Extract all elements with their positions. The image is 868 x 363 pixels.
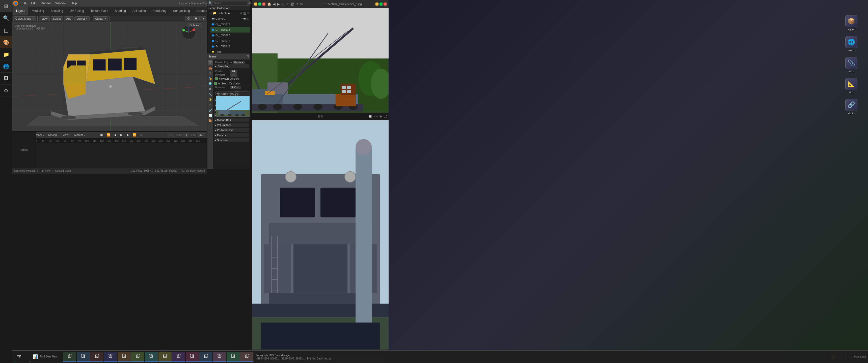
render-engine-value[interactable]: Eevee (233, 61, 245, 64)
menu-help[interactable]: Help (69, 1, 79, 5)
taskbar-photo-13[interactable]: 🖼 (226, 352, 240, 362)
collection-sel-icon[interactable]: ⬡ (247, 12, 249, 14)
viewport-view-menu[interactable]: View (39, 16, 50, 21)
tab-compositing[interactable]: Compositing (170, 6, 193, 15)
outliner-search[interactable] (213, 1, 247, 5)
prop-world-icon[interactable]: 🌍 (208, 81, 213, 86)
jump-end-btn[interactable]: ⏭ (138, 132, 144, 138)
prop-object-icon[interactable]: ⬢ (208, 87, 213, 92)
windows-taskview-button[interactable]: ◫ (0, 24, 12, 36)
tab-animation[interactable]: Animation (129, 6, 149, 15)
desktop-icon-stl[interactable]: 📐 stl... (842, 78, 861, 94)
taskbar-photo-1[interactable]: 🖼 (63, 352, 76, 362)
next-keyframe-btn[interactable]: ▶ (125, 132, 131, 138)
photo-star-icon[interactable]: ☆ (286, 2, 289, 6)
tab-sculpting[interactable]: Sculpting (48, 6, 66, 15)
windows-taskbar-left[interactable]: ⊞ 🔍 ◫ 🎨 📁 🌐 🖼 ⚙ (0, 0, 12, 363)
zoom-out-photo-btn[interactable]: 🔲 (368, 115, 372, 118)
object-mode-selector[interactable]: Object Mode (13, 16, 36, 21)
close-button[interactable]: ✕ (262, 2, 266, 5)
viewport-shading-material[interactable]: ● (200, 16, 207, 21)
render-value[interactable]: 64 (230, 70, 238, 73)
photo-close-btn[interactable] (383, 2, 386, 5)
maximize-button[interactable]: □ (258, 2, 261, 5)
menu-window[interactable]: Window (53, 1, 68, 5)
curves-section[interactable]: Curves (214, 133, 249, 137)
outliner-light[interactable]: 💡 Light (211, 49, 250, 53)
properties-filter-btn[interactable]: ⚙ (247, 55, 249, 58)
prop-data-icon[interactable]: 📊 (208, 113, 213, 118)
taskbar-photo-8[interactable]: 🖼 (158, 352, 172, 362)
view-menu[interactable]: View (61, 133, 72, 137)
outliner-camera[interactable]: 📷 Camera 👁 📷 ⬡ (211, 16, 250, 22)
desktop-icon-wol[interactable]: 🌐 wol... (842, 36, 861, 52)
taskbar-photo-14[interactable]: 🖼 (240, 352, 253, 362)
zoom-in-photo-btn[interactable]: ⊕ (379, 115, 382, 118)
menu-render[interactable]: Render (39, 1, 53, 5)
outliner-g555609[interactable]: 🔷 G__555609 (211, 22, 250, 27)
ao-distance-value[interactable]: 3.53 m (230, 86, 241, 89)
viewport-add-menu[interactable]: Add (64, 16, 74, 21)
taskbar-fms-manager[interactable]: 📊 FMS Data Manager (30, 352, 62, 362)
tab-modeling[interactable]: Modeling (29, 6, 47, 15)
menu-file[interactable]: File (20, 1, 29, 5)
taskbar-photo-10[interactable]: 🖼 (186, 352, 199, 362)
tab-rendering[interactable]: Rendering (149, 6, 169, 15)
marker-menu[interactable]: Marker (73, 133, 86, 137)
photo-minimize-btn[interactable] (375, 2, 378, 5)
photo-home-icon[interactable]: 🏠 (267, 2, 271, 6)
prop-scene-icon[interactable]: 🎭 (208, 76, 213, 81)
camera-cam[interactable]: 📷 (243, 18, 246, 20)
prop-physics-icon[interactable]: ⚛ (208, 102, 213, 107)
fullscreen-photo-btn[interactable]: ⛶ (383, 115, 386, 118)
taskbar-photo-2[interactable]: 🖼 (77, 352, 90, 362)
outliner-collection[interactable]: ▾ 📁 Collection 👁 📷 ⬡ (208, 10, 250, 16)
transform-orientation[interactable]: Global (93, 16, 108, 21)
viewport-shading-wireframe[interactable]: ⬡ (185, 16, 192, 21)
prop-particles-icon[interactable]: ✨ (208, 97, 213, 102)
shadows-section[interactable]: Shadows (214, 138, 249, 142)
viewport-value[interactable]: 16 (230, 73, 238, 77)
settings-taskbar-icon[interactable]: ⚙ (0, 85, 12, 97)
prop-constraints-icon[interactable]: 🔗 (208, 108, 213, 113)
taskbar-photo-11[interactable]: 🖼 (199, 352, 213, 362)
photos-taskbar-icon[interactable]: 🖼 (0, 73, 12, 85)
menu-edit[interactable]: Edit (29, 1, 38, 5)
prop-modifier-icon[interactable]: 🔧 (208, 92, 213, 97)
blender-taskbar-icon[interactable]: 🎨 (0, 36, 12, 48)
camera-sel[interactable]: ⬡ (247, 18, 249, 20)
ao-checkbox[interactable] (214, 82, 217, 85)
prop-output-icon[interactable]: 📤 (208, 65, 213, 70)
taskbar-photo-3[interactable]: 🖼 (90, 352, 103, 362)
viewport-shading-solid[interactable]: ⬢ (192, 16, 199, 21)
jump-start-btn[interactable]: ⏮ (99, 132, 104, 138)
outliner-g555636[interactable]: 🔷 G__555636 (211, 38, 250, 44)
desktop-icon-att[interactable]: 📎 att... (842, 57, 861, 73)
taskbar-photo-9[interactable]: 🖼 (172, 352, 185, 362)
taskbar-navgraph[interactable]: 🗺 (14, 352, 29, 362)
taskbar-photo-7[interactable]: 🖼 (145, 352, 158, 362)
timeline-keyframe-area[interactable] (12, 143, 207, 168)
viewport-object-menu[interactable]: Object (74, 16, 90, 21)
volumetrics-section[interactable]: Volumetrics (214, 123, 249, 127)
next-frame-btn[interactable]: ⏩ (132, 132, 137, 138)
motion-blur-section[interactable]: Motion Blur (214, 118, 249, 122)
keying-menu[interactable]: Keying (47, 133, 60, 137)
viewport-denoise-checkbox[interactable] (215, 77, 218, 80)
tab-texture-paint[interactable]: Texture Paint (88, 6, 111, 15)
outliner-filter-btn[interactable]: ⚙ (248, 1, 251, 5)
explorer-taskbar-icon[interactable]: 📁 (0, 48, 12, 61)
prev-frame-btn[interactable]: ⏪ (105, 132, 111, 138)
tab-uv-editing[interactable]: UV Editing (67, 6, 87, 15)
photo-left-icon[interactable]: ◀ (273, 2, 276, 6)
outliner-g555618[interactable]: 🔷 G__555618 (211, 27, 250, 33)
collection-cam-icon[interactable]: 📷 (243, 12, 246, 14)
windows-start-button[interactable]: ⊞ (0, 0, 12, 12)
photo-display-area[interactable]: 28 % 🔲 - + ⊕ ⛶ (252, 8, 389, 363)
current-frame[interactable]: 1 (167, 133, 175, 137)
taskbar-photo-4[interactable]: 🖼 (104, 352, 117, 362)
outliner-g555627[interactable]: 🔷 G__555627 (211, 33, 250, 38)
desktop-icon-verli[interactable]: 🔗 Verli... (842, 99, 861, 115)
tab-shading[interactable]: Shading (112, 6, 129, 15)
prop-render-icon[interactable]: 🎬 (208, 60, 213, 65)
